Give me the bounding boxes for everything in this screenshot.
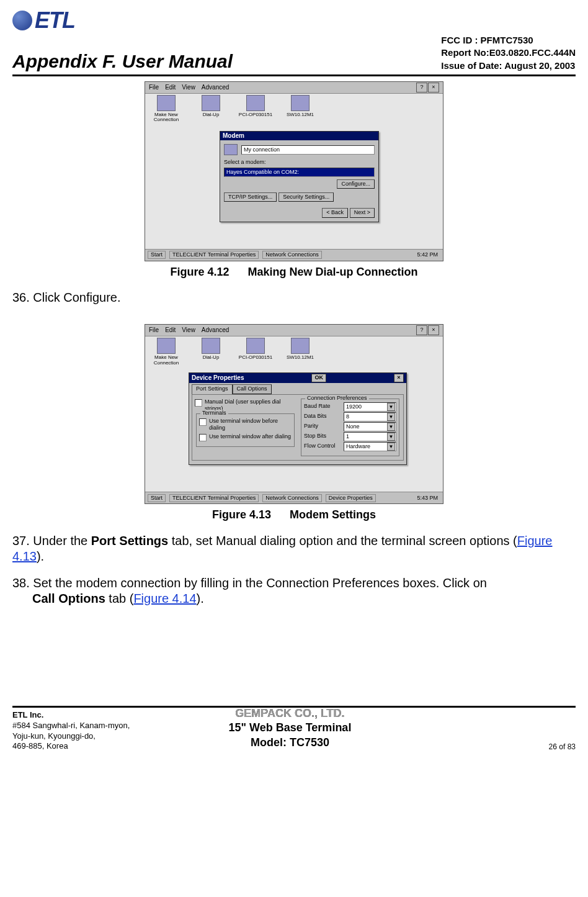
tcpip-button[interactable]: TCP/IP Settings... [224,192,277,202]
desktop-icon-make-new[interactable]: Make New Connection [149,338,184,366]
baud-select[interactable]: 19200 [344,402,396,412]
desktop-icon-pci[interactable]: PCI-OP030151 [238,95,273,123]
win-help-icon[interactable]: ? [416,83,427,92]
menu-advanced[interactable]: Advanced [202,327,229,335]
taskbar-item[interactable]: Device Properties [326,494,376,502]
taskbar-clock: 5:43 PM [414,495,440,502]
figure-title: Modem Settings [290,508,376,521]
menu-edit[interactable]: Edit [165,84,176,92]
figure-number: Figure 4.13 [212,508,271,521]
globe-icon [12,11,32,30]
step-36: 36. Click Configure. [12,290,576,305]
terminal-before-checkbox[interactable]: Use terminal window before dialing [199,418,292,432]
modem-select[interactable]: Hayes Compatible on COM2: [224,168,375,177]
win-help-icon[interactable]: ? [416,325,427,335]
modem-dialog: Modem My connection Select a modem: Haye… [220,131,379,222]
back-button[interactable]: < Back [322,208,348,217]
databits-label: Data Bits [304,413,341,420]
appendix-title: Appendix F. User Manual [12,50,233,73]
flow-select[interactable]: Hardware [344,442,396,451]
menu-view[interactable]: View [182,327,195,335]
menu-edit[interactable]: Edit [165,327,176,335]
tab-call-options[interactable]: Call Options [233,384,272,394]
close-icon[interactable]: × [394,374,404,382]
desktop-icon-pci[interactable]: PCI-OP030151 [238,338,273,366]
logo-text: ETL [35,6,75,34]
flow-label: Flow Control [304,443,341,449]
etl-logo: ETL [12,6,75,34]
desktop-icon-sw10[interactable]: SW10.12M1 [283,338,318,366]
menu-view[interactable]: View [182,84,195,92]
taskbar-item[interactable]: Network Connections [262,494,322,502]
ok-button[interactable]: OK [311,374,326,382]
parity-select[interactable]: None [344,422,396,431]
desktop-icon-sw10[interactable]: SW10.12M1 [283,95,318,123]
win-close-icon[interactable]: × [428,83,439,92]
menu-file[interactable]: File [149,84,159,92]
menu-file[interactable]: File [149,327,159,335]
terminals-legend: Terminals [200,410,228,417]
dialog-title: Modem [223,132,244,140]
menu-advanced[interactable]: Advanced [202,84,229,92]
databits-select[interactable]: 8 [344,412,396,421]
issue-date: Issue of Date: August 20, 2003 [441,60,576,72]
step-38: 38. Set the modem connection by filling … [12,575,576,606]
desktop-icon-dialup[interactable]: Dial-Up [194,338,228,366]
start-button[interactable]: Start [148,494,166,502]
taskbar-item[interactable]: TELECLIENT Terminal Properties [169,494,259,502]
select-modem-label: Select a modem: [224,159,375,166]
page-number: 26 of 83 [549,742,576,752]
phone-icon [224,144,238,155]
taskbar-clock: 5:42 PM [414,251,440,258]
step-37: 37. Under the Port Settings tab, set Man… [12,533,576,564]
security-button[interactable]: Security Settings... [278,192,334,202]
stopbits-label: Stop Bits [304,433,341,439]
figure-4-14-link[interactable]: Figure 4.14 [133,592,196,605]
stopbits-select[interactable]: 1 [344,432,396,441]
device-properties-dialog: Device Properties OK × Port Settings Cal… [189,372,407,464]
figure-4-12-screenshot: File Edit View Advanced ? × Make New Con… [145,81,443,261]
connection-prefs-legend: Connection Preferences [305,395,369,402]
fcc-id: FCC ID : PFMTC7530 [441,34,576,47]
header-meta: FCC ID : PFMTC7530 Report No:E03.0820.FC… [441,34,576,73]
dialog-title: Device Properties [192,374,244,382]
baud-label: Baud Rate [304,403,341,410]
win-close-icon[interactable]: × [428,325,439,335]
parity-label: Parity [304,423,341,430]
configure-button[interactable]: Configure... [337,179,375,189]
connection-name-field[interactable]: My connection [241,145,375,155]
tab-port-settings[interactable]: Port Settings [192,384,233,394]
taskbar-item[interactable]: Network Connections [262,251,322,259]
terminal-after-checkbox[interactable]: Use terminal window after dialing [199,433,292,441]
next-button[interactable]: Next > [350,208,375,217]
taskbar-item[interactable]: TELECLIENT Terminal Properties [169,251,259,259]
start-button[interactable]: Start [148,251,166,259]
figure-number: Figure 4.12 [170,266,229,278]
desktop-icon-dialup[interactable]: Dial-Up [194,95,228,123]
footer-product: GEMPACK CO., LTD. 15" Web Base Terminal … [228,706,351,750]
figure-4-13-screenshot: File Edit View Advanced ? × Make New Con… [145,324,443,504]
figure-title: Making New Dial-up Connection [248,266,418,278]
desktop-icon-make-new[interactable]: Make New Connection [149,95,184,123]
report-no: Report No:E03.0820.FCC.444N [441,47,576,59]
footer-address: ETL Inc. #584 Sangwhal-ri, Kanam-myon, Y… [12,710,130,752]
